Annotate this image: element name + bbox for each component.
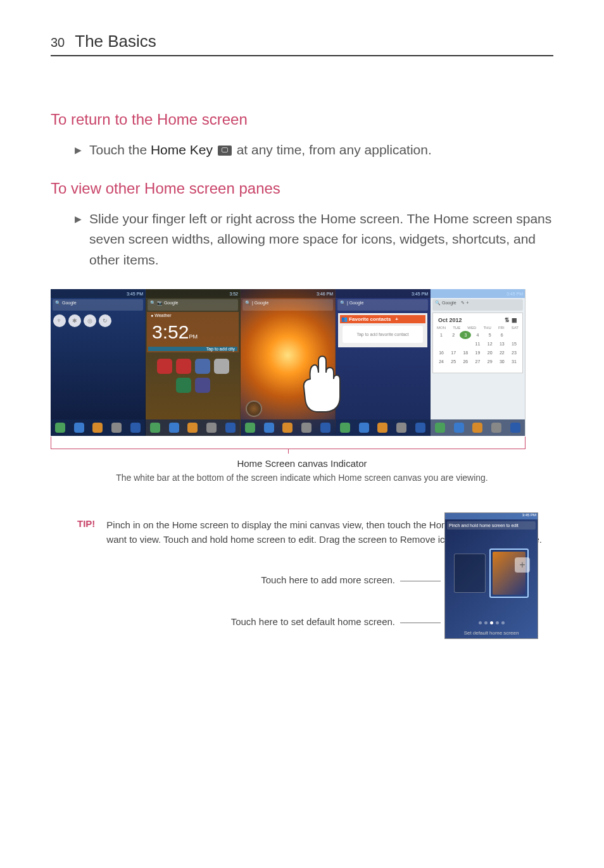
day-label: TUE	[453, 326, 460, 330]
mini-footer-label: Set default home screen	[445, 630, 538, 636]
app-icon	[214, 359, 229, 374]
status-time: 3:52	[229, 292, 238, 296]
day-label: SAT	[512, 326, 519, 330]
calendar-cell: 5	[484, 331, 496, 339]
home-panes-screenshot: 3:45 PM 🔍 Google ᯤ ✱ ◎ ↻ 3:52 🔍 📷 Google…	[51, 289, 525, 436]
browser-icon	[454, 423, 464, 433]
dot-icon	[490, 621, 493, 624]
phone-icon	[340, 423, 350, 433]
weather-label: Weather	[154, 313, 171, 318]
calendar-cell	[448, 340, 459, 348]
phone-icon	[245, 423, 255, 433]
calendar-cell	[460, 366, 471, 370]
calendar-toggle-icon: ⇅ ▦	[505, 317, 517, 323]
calendar-cell: 22	[496, 349, 508, 357]
calendar-day-labels: MON TUE WED THU FRI SAT	[436, 325, 520, 331]
dock	[241, 419, 335, 436]
phone-icon	[150, 423, 160, 433]
apps-grid-icon	[130, 423, 141, 433]
app-icon	[176, 378, 191, 393]
bullet-suffix: at any time, from any application.	[233, 142, 432, 157]
search-bar: 🔍 Google	[53, 299, 143, 311]
search-label: Google	[255, 301, 269, 305]
app-icon	[157, 359, 172, 374]
app-icon	[176, 359, 191, 374]
dot-icon	[479, 621, 482, 624]
pane-2: 3:52 🔍 📷 Google ● Weather 3:52PM Tap to …	[146, 289, 241, 436]
phone-icon	[435, 423, 445, 433]
messaging-icon	[377, 423, 387, 433]
calendar-cell: 16	[436, 349, 447, 357]
callout-set-default: Touch here to set default home screen.	[231, 616, 395, 627]
camera-icon	[246, 400, 262, 417]
status-bar: 3:45 PM	[51, 289, 145, 298]
tip-label: TIP!	[77, 518, 95, 529]
phone-icon	[55, 423, 65, 433]
browser-icon	[74, 423, 84, 433]
app-grid	[146, 354, 240, 398]
status-time: 3:45 PM	[412, 292, 428, 296]
calendar-month: Oct 2012	[438, 317, 462, 323]
chapter-title: The Basics	[75, 32, 156, 51]
mini-status-bar: 3:45 PM	[445, 513, 538, 519]
apps-icon	[111, 423, 122, 433]
calendar-cell: 27	[472, 357, 483, 366]
apps-grid-icon	[510, 423, 520, 433]
calendar-cell: 30	[496, 357, 508, 366]
home-key-label: Home Key	[151, 142, 213, 157]
mini-canvas-tile-selected	[489, 549, 529, 598]
pane-4: 3:45 PM 🔍 | Google 👥 Favorite contacts +…	[336, 289, 431, 436]
mini-page-dots	[445, 621, 538, 624]
bullet-icon: ▶	[75, 144, 82, 158]
callouts: Touch here to add more screen. Touch her…	[51, 557, 553, 683]
apps-icon	[206, 423, 217, 433]
apps-icon	[491, 423, 501, 433]
calendar-cell: 13	[496, 340, 508, 348]
indicator-tick	[288, 449, 289, 454]
calendar-cell	[460, 340, 471, 348]
calendar-cell	[508, 331, 520, 339]
browser-icon	[264, 423, 274, 433]
calendar-cell: 25	[448, 357, 459, 366]
section-view-panes-title: To view other Home screen panes	[51, 180, 553, 197]
calendar-cell: 17	[448, 349, 459, 357]
apps-icon	[396, 423, 406, 433]
search-bar: 🔍 | Google	[337, 299, 428, 311]
status-bar: 3:45 PM	[336, 289, 430, 298]
dock	[336, 419, 430, 436]
calendar-cell: 20	[484, 349, 496, 357]
messaging-icon	[92, 423, 103, 433]
status-bar: 3:52	[146, 289, 240, 298]
dot-icon	[501, 621, 505, 624]
calendar-cell: 1	[436, 331, 447, 339]
bullet-view-panes: ▶ Slide your finger left or right across…	[75, 209, 553, 271]
swipe-hand-icon	[298, 354, 342, 414]
dock	[51, 419, 145, 436]
bullet-return-home: ▶ Touch the Home Key at any time, from a…	[75, 140, 553, 161]
mini-canvas-screenshot: 3:45 PM Pinch and hold home screen to ed…	[444, 512, 538, 639]
calendar-cell: 15	[508, 340, 520, 348]
messaging-icon	[472, 423, 482, 433]
calendar-cell	[436, 366, 447, 370]
tap-add-city: Tap to add city	[148, 347, 237, 351]
search-bar: 🔍 | Google	[242, 299, 333, 311]
apps-grid-icon	[415, 423, 425, 433]
messaging-icon	[187, 423, 198, 433]
calendar-grid: 1234561112131516171819202223242526272930…	[436, 331, 520, 370]
browser-icon	[169, 423, 179, 433]
dock	[431, 419, 525, 436]
calendar-cell: 26	[460, 357, 471, 366]
bullet-icon: ▶	[75, 213, 82, 226]
caption-sub: The white bar at the bottom of the scree…	[51, 473, 553, 483]
calendar-cell: 12	[484, 340, 496, 348]
calendar-cell	[436, 340, 447, 348]
calendar-header: Oct 2012 ⇅ ▦	[436, 316, 520, 325]
pane-5: 3:45 PM 🔍 Google ✎ + Oct 2012 ⇅ ▦ MON TU…	[431, 289, 525, 436]
contacts-header: 👥 Favorite contacts +	[340, 315, 425, 323]
calendar-cell	[448, 366, 459, 370]
browser-icon	[359, 423, 369, 433]
day-label: WED	[467, 326, 476, 330]
bluetooth-toggle-icon: ✱	[68, 314, 81, 327]
caption-title: Home Screen canvas Indicator	[51, 458, 553, 469]
calendar-cell: 23	[508, 349, 520, 357]
